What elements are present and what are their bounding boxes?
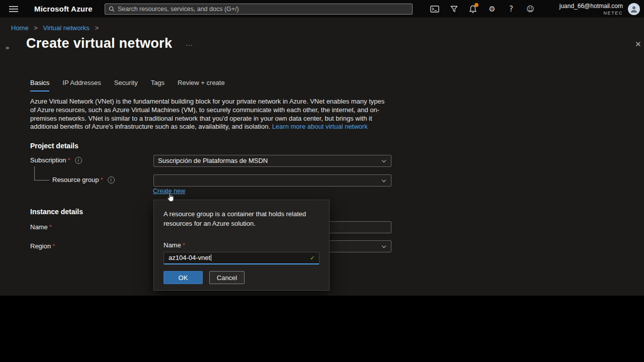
global-search — [105, 4, 413, 15]
resource-group-dropdown[interactable] — [153, 174, 391, 187]
resource-group-name-value: az104-04-vnet — [169, 254, 210, 261]
name-label-row: Name * — [30, 223, 52, 231]
user-email: juand_66@hotmail.com — [559, 3, 623, 10]
account-info[interactable]: juand_66@hotmail.com NETEC — [559, 3, 623, 16]
required-asterisk: * — [52, 242, 55, 250]
subscription-dropdown[interactable]: Suscripción de Plataformas de MSDN — [153, 155, 391, 167]
cancel-button[interactable]: Cancel — [209, 271, 245, 284]
required-asterisk: * — [101, 176, 103, 184]
directory-filter-button[interactable] — [444, 0, 463, 18]
valid-check-icon: ✓ — [310, 253, 315, 263]
expand-sidebar-icon[interactable]: » — [6, 44, 9, 51]
callout-name-label-row: Name * — [164, 241, 185, 249]
top-bar: Microsoft Azure ⚙ ? ☺ — [0, 0, 644, 18]
user-org: NETEC — [559, 11, 623, 16]
info-icon[interactable]: i — [75, 157, 82, 164]
feedback-button[interactable]: ☺ — [521, 0, 540, 18]
directory-filter-icon — [450, 6, 458, 13]
help-button[interactable]: ? — [502, 0, 521, 18]
notification-badge — [474, 3, 478, 7]
help-icon: ? — [509, 5, 513, 14]
required-asterisk: * — [183, 241, 185, 249]
azure-portal-window: Microsoft Azure ⚙ ? ☺ — [0, 0, 644, 296]
info-icon[interactable]: i — [108, 176, 115, 184]
chevron-down-icon — [382, 158, 386, 162]
topbar-icon-row: ⚙ ? ☺ — [425, 0, 540, 18]
breadcrumb-separator: > — [95, 24, 99, 32]
region-label-row: Region * — [30, 242, 55, 250]
name-label: Name — [30, 223, 48, 231]
intro-block: Azure Virtual Network (VNet) is the fund… — [30, 98, 389, 131]
subscription-value: Suscripción de Plataformas de MSDN — [158, 157, 268, 164]
chevron-down-icon — [382, 244, 386, 248]
tree-connector-line — [34, 166, 49, 180]
settings-button[interactable]: ⚙ — [482, 0, 502, 18]
project-details-heading: Project details — [30, 142, 78, 150]
hamburger-menu-button[interactable] — [7, 0, 20, 18]
breadcrumb: Home > Virtual networks > — [11, 24, 102, 32]
breadcrumb-virtual-networks[interactable]: Virtual networks — [43, 24, 90, 32]
search-icon — [109, 6, 115, 12]
required-asterisk: * — [68, 156, 70, 164]
cloud-shell-button[interactable] — [425, 0, 444, 18]
search-input[interactable] — [118, 6, 412, 13]
tab-review-create[interactable]: Review + create — [178, 79, 225, 92]
instance-details-heading: Instance details — [30, 208, 83, 216]
tab-ip-addresses[interactable]: IP Addresses — [62, 79, 101, 92]
page-title-text: Create virtual network — [26, 36, 172, 51]
resource-group-label-row: Resource group * i — [52, 176, 115, 184]
resource-group-name-input[interactable]: az104-04-vnet ✓ — [164, 252, 319, 264]
tab-bar: Basics IP Addresses Security Tags Review… — [30, 79, 225, 92]
learn-more-link[interactable]: Learn more about virtual network — [272, 123, 368, 130]
tab-tags[interactable]: Tags — [151, 79, 165, 92]
callout-description: A resource group is a container that hol… — [164, 209, 318, 228]
avatar[interactable] — [628, 3, 640, 15]
hamburger-icon — [9, 6, 18, 13]
tab-basics[interactable]: Basics — [30, 79, 49, 92]
breadcrumb-home[interactable]: Home — [11, 24, 29, 32]
feedback-smiley-icon: ☺ — [526, 5, 534, 14]
required-asterisk: * — [49, 223, 52, 231]
tab-security[interactable]: Security — [114, 79, 138, 92]
page-title: Create virtual network… — [26, 36, 193, 51]
notifications-button[interactable] — [463, 0, 482, 18]
callout-name-label: Name — [164, 241, 181, 249]
ok-button[interactable]: OK — [164, 271, 203, 284]
text-caret — [211, 254, 211, 261]
region-label: Region — [30, 242, 51, 250]
azure-logo[interactable]: Microsoft Azure — [34, 5, 93, 13]
chevron-down-icon — [382, 178, 386, 182]
cloud-shell-icon — [430, 6, 439, 13]
resource-group-label: Resource group — [52, 176, 99, 184]
subscription-label-row: Subscription * i — [30, 156, 82, 164]
title-ellipsis-icon[interactable]: … — [185, 39, 193, 47]
mouse-cursor-hand-icon — [167, 193, 176, 203]
gear-icon: ⚙ — [489, 5, 495, 14]
create-resource-group-callout: A resource group is a container that hol… — [153, 200, 330, 291]
person-icon — [630, 5, 638, 13]
breadcrumb-separator: > — [34, 24, 38, 32]
subscription-label: Subscription — [30, 156, 66, 164]
close-blade-button[interactable]: ✕ — [635, 40, 641, 49]
